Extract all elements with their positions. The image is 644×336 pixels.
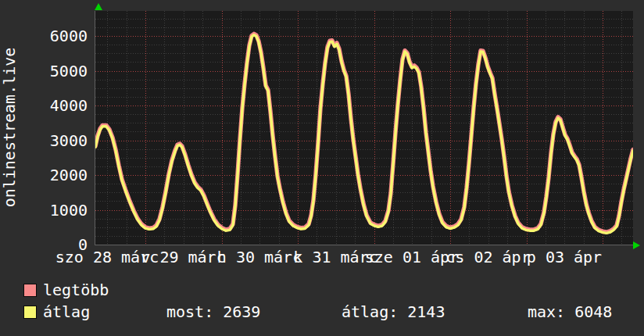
x-axis-arrow-icon xyxy=(633,241,640,249)
legend-swatch-avg xyxy=(23,306,37,319)
y-axis-arrow-icon xyxy=(95,3,102,10)
x-tick-label: p 03 ápr xyxy=(527,248,602,266)
x-tick-label: h 30 márc xyxy=(217,248,302,266)
legend-swatch-max xyxy=(23,284,37,297)
y-tick-label: 3000 xyxy=(0,132,88,149)
x-tick-label: sze 01 ápr xyxy=(365,248,459,266)
x-axis-line xyxy=(95,245,635,245)
stat-value: most: 2639 xyxy=(166,303,260,320)
legend-label-avg: átlag xyxy=(43,303,90,320)
y-tick-label: 6000 xyxy=(0,27,88,45)
stat-value: átlag: 2143 xyxy=(342,303,445,320)
stat-value: max: 6048 xyxy=(528,303,612,320)
chart-plot-area xyxy=(95,11,633,245)
rrd-graph: onlinestream.live 0100020003000400050006… xyxy=(0,0,644,336)
y-tick-label: 2000 xyxy=(0,166,88,184)
y-axis-line xyxy=(95,11,95,245)
x-tick-label: cs 02 ápr xyxy=(445,248,530,266)
legend-label-max: legtöbb xyxy=(43,281,109,298)
y-tick-label: 1000 xyxy=(0,202,88,219)
y-tick-label: 4000 xyxy=(0,97,88,114)
y-tick-label: 5000 xyxy=(0,63,88,80)
x-tick-label: v 29 márc xyxy=(141,248,225,266)
